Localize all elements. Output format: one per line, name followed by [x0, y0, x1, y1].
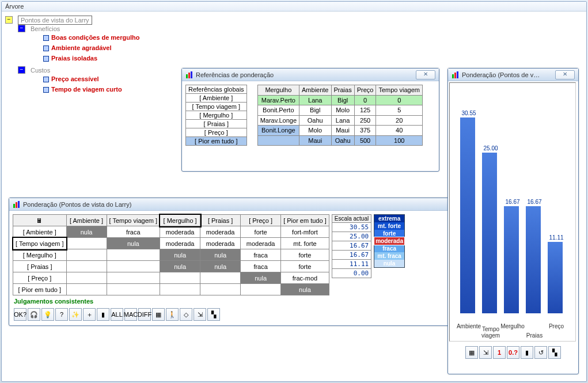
- legend-item[interactable]: forte: [374, 230, 404, 237]
- matrix-cell[interactable]: moderada: [160, 238, 200, 249]
- person-icon[interactable]: 🚶: [166, 308, 179, 321]
- matrix-cell[interactable]: [66, 238, 107, 249]
- matrix-cell[interactable]: fraca: [241, 261, 281, 272]
- tree-leaf[interactable]: Praias isoladas: [51, 55, 97, 62]
- grid-icon[interactable]: ▦: [465, 346, 478, 359]
- matrix-cell[interactable]: [200, 284, 241, 295]
- col-header[interactable]: Tempo viagem: [376, 85, 423, 96]
- ok?-icon[interactable]: OK?: [14, 308, 26, 321]
- col-header[interactable]: Preço: [354, 85, 376, 96]
- matrix-cell[interactable]: nula: [200, 261, 241, 272]
- table-row[interactable]: Maui Oahu 500 100: [257, 135, 422, 146]
- row-header[interactable]: [ Mergulho ]: [13, 249, 67, 261]
- col-header[interactable]: [ Tempo viagem ]: [107, 215, 160, 226]
- legend-item[interactable]: extrema: [374, 215, 404, 222]
- matrix-cell[interactable]: fort-mfort: [281, 226, 329, 238]
- col-header[interactable]: Praias: [331, 85, 354, 96]
- matrix-cell[interactable]: forte: [281, 249, 329, 261]
- table-row[interactable]: Marav.Perto Lana Bigl 0 0: [257, 95, 422, 105]
- diamond-icon[interactable]: ◇: [180, 308, 192, 321]
- row-header[interactable]: [ Praias ]: [13, 261, 67, 272]
- grid-icon[interactable]: ▦: [152, 308, 165, 321]
- tree-leaf[interactable]: Tempo de viagem curto: [51, 86, 122, 93]
- col-header[interactable]: [ Mergulho ]: [160, 215, 200, 226]
- matrix-cell[interactable]: fraca: [241, 249, 281, 261]
- matrix-cell[interactable]: nula: [200, 249, 241, 261]
- ladder-icon[interactable]: ⇲: [194, 308, 206, 321]
- matrix-cell[interactable]: [200, 272, 241, 284]
- tree-view[interactable]: − Pontos de vista do Larry − Benefícios …: [5, 15, 139, 98]
- ladder-icon[interactable]: ⇲: [479, 346, 492, 359]
- col-header[interactable]: Ambiente: [299, 85, 331, 96]
- matrix-cell[interactable]: nula: [281, 284, 329, 295]
- col-header[interactable]: [ Ambiente ]: [66, 215, 107, 226]
- matrix-cell[interactable]: moderada: [241, 238, 281, 249]
- matrix-cell[interactable]: moderada: [160, 226, 200, 238]
- calculator-icon[interactable]: 🖩: [36, 217, 43, 224]
- mac-icon[interactable]: MAC: [124, 308, 137, 321]
- ref-item[interactable]: [ Preço ]: [186, 128, 247, 137]
- ref-item[interactable]: [ Praias ]: [186, 120, 247, 128]
- matrix-cell[interactable]: [107, 284, 160, 295]
- tree-leaf[interactable]: Ambiente agradável: [51, 44, 112, 51]
- mosaic-icon[interactable]: ▚: [207, 308, 220, 321]
- matrix-cell[interactable]: [241, 284, 281, 295]
- matrix-cell[interactable]: [107, 249, 160, 261]
- matrix-cell[interactable]: nula: [160, 261, 200, 272]
- matrix-cell[interactable]: moderada: [200, 238, 241, 249]
- table-row[interactable]: Bonit.Longe Molo Maui 375 40: [257, 126, 422, 136]
- matrix-cell[interactable]: [160, 272, 200, 284]
- bulb-question-icon[interactable]: ?: [55, 308, 68, 321]
- matrix-cell[interactable]: moderada: [200, 226, 241, 238]
- matrix-cell[interactable]: forte: [241, 226, 281, 238]
- legend-item[interactable]: mt. forte: [374, 222, 404, 230]
- matrix-cell[interactable]: [66, 261, 107, 272]
- tree-toggle-root[interactable]: −: [5, 16, 13, 24]
- bars-icon[interactable]: ▮: [521, 346, 533, 359]
- tree-benefits-label[interactable]: Benefícios: [31, 25, 60, 32]
- ref-item[interactable]: [ Ambiente ]: [186, 94, 247, 103]
- row-header[interactable]: [ Preço ]: [13, 272, 67, 284]
- legend-item[interactable]: moderada: [374, 237, 404, 245]
- col-header[interactable]: Mergulho: [257, 85, 299, 96]
- intensity-legend[interactable]: extremamt. fortefortemoderadafracamt. fr…: [374, 214, 405, 268]
- row-header[interactable]: [ Ambiente ]: [13, 226, 67, 238]
- tree-toggle-costs[interactable]: −: [18, 66, 25, 74]
- ref-item[interactable]: [ Pior em tudo ]: [186, 137, 247, 146]
- tree-leaf[interactable]: Boas condições de mergulho: [51, 34, 139, 41]
- close-button[interactable]: ✕: [555, 70, 575, 79]
- col-header[interactable]: [ Praias ]: [200, 215, 241, 226]
- weighting-matrix[interactable]: 🖩[ Ambiente ][ Tempo viagem ][ Mergulho …: [13, 214, 329, 295]
- legend-item[interactable]: nula: [374, 260, 404, 267]
- matrix-cell[interactable]: [107, 272, 160, 284]
- matrix-cell[interactable]: [160, 284, 200, 295]
- matrix-cell[interactable]: mt. forte: [281, 238, 329, 249]
- legend-item[interactable]: mt. fraca: [374, 252, 404, 260]
- mosaic-icon[interactable]: ▚: [548, 346, 561, 359]
- tree-costs-label[interactable]: Custos: [31, 67, 50, 74]
- matrix-cell[interactable]: nula: [66, 226, 107, 238]
- matrix-cell[interactable]: fraca: [107, 226, 160, 238]
- legend-item[interactable]: fraca: [374, 245, 404, 252]
- tree-leaf[interactable]: Preço acessível: [51, 75, 99, 82]
- matrix-cell[interactable]: nula: [107, 238, 160, 249]
- table-row[interactable]: Marav.Longe Oahu Lana 250 20: [257, 115, 422, 126]
- rewind-icon[interactable]: ↺: [534, 346, 547, 359]
- matrix-cell[interactable]: nula: [160, 249, 200, 261]
- matrix-cell[interactable]: [66, 249, 107, 261]
- one-icon[interactable]: 1: [493, 346, 506, 359]
- zeroq-icon[interactable]: 0.?: [507, 346, 519, 359]
- matrix-cell[interactable]: forte: [281, 261, 329, 272]
- col-header[interactable]: [ Pior em tudo ]: [281, 215, 329, 226]
- bulb-on-icon[interactable]: ✨: [69, 308, 82, 321]
- diff-icon[interactable]: DIFF: [138, 308, 151, 321]
- ref-item[interactable]: [ Mergulho ]: [186, 111, 247, 120]
- plus-icon[interactable]: ＋: [83, 308, 96, 321]
- tree-toggle-benefits[interactable]: −: [18, 25, 25, 32]
- row-header[interactable]: [ Pior em tudo ]: [13, 284, 67, 295]
- references-list[interactable]: Referências globais [ Ambiente ] [ Tempo…: [185, 85, 247, 146]
- matrix-cell[interactable]: frac-mod: [281, 272, 329, 284]
- matrix-cell[interactable]: [66, 272, 107, 284]
- bars-icon[interactable]: ▮: [97, 308, 109, 321]
- all-icon[interactable]: ALL: [111, 308, 123, 321]
